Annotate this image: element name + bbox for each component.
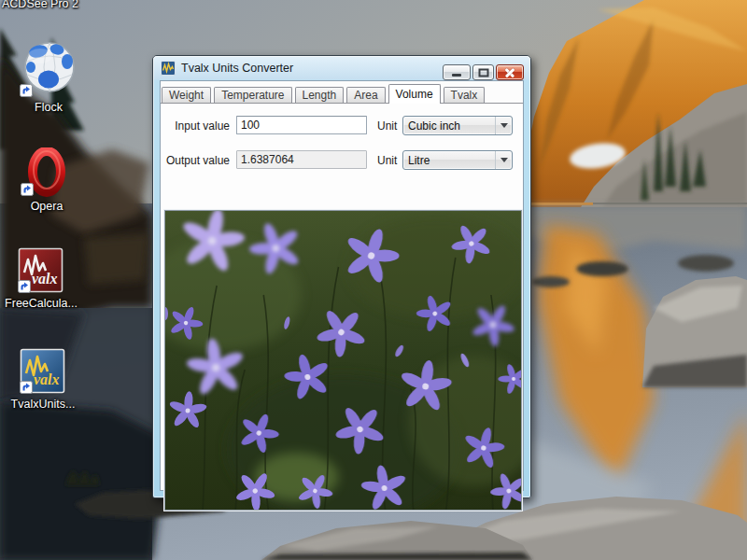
- tab-temperature[interactable]: Temperature: [214, 87, 291, 103]
- input-value-label: Input value: [162, 119, 230, 133]
- desktop-icon-label: Flock: [9, 101, 88, 114]
- output-value-field[interactable]: [236, 150, 367, 169]
- dropdown-arrow-zone: [495, 151, 512, 169]
- output-unit-label: Unit: [377, 154, 397, 167]
- shortcut-arrow-icon: [18, 280, 31, 293]
- input-unit-dropdown[interactable]: Cubic inch: [402, 116, 513, 135]
- tab-strip: Weight Temperature Length Area Volume Tv…: [162, 83, 522, 103]
- shortcut-arrow-icon: [21, 183, 34, 196]
- input-value-field[interactable]: [236, 116, 367, 134]
- shortcut-arrow-icon: [20, 381, 33, 394]
- volume-tab-page: Input value Unit Cubic inch Output value…: [161, 103, 523, 490]
- input-unit-selected-value: Cubic inch: [403, 119, 495, 133]
- output-value-label: Output value: [162, 154, 230, 167]
- output-unit-dropdown[interactable]: Litre: [402, 150, 513, 170]
- chevron-down-icon: [500, 158, 508, 162]
- tab-tvalx[interactable]: Tvalx: [444, 87, 486, 103]
- units-converter-window: Tvalx Units Converter Weight Temperature…: [152, 55, 531, 498]
- desktop-icon-label: TvalxUnits...: [4, 398, 82, 411]
- minimize-button[interactable]: [443, 64, 471, 80]
- desktop-icon-label: ACDSee Pro 2: [2, 0, 131, 10]
- desktop-icon-tvalxunits[interactable]: valx TvalxUnits...: [4, 347, 82, 411]
- svg-text:valx: valx: [32, 271, 58, 287]
- chevron-down-icon: [500, 123, 508, 128]
- close-button[interactable]: [496, 64, 524, 80]
- window-title: Tvalx Units Converter: [181, 62, 293, 75]
- desktop-icon-opera[interactable]: Opera: [7, 147, 86, 213]
- input-unit-label: Unit: [377, 119, 397, 133]
- svg-text:valx: valx: [34, 371, 60, 387]
- dropdown-arrow-zone: [495, 117, 512, 134]
- window-client-area: Weight Temperature Length Area Volume Tv…: [160, 80, 524, 491]
- tab-length[interactable]: Length: [295, 87, 345, 103]
- campanula-flowers-photo: [164, 210, 522, 511]
- desktop-icon-flock[interactable]: Flock: [9, 39, 88, 114]
- desktop-icon-acdsee-pro-2[interactable]: ACDSee Pro 2: [0, 0, 131, 10]
- tab-area[interactable]: Area: [346, 87, 385, 103]
- maximize-button[interactable]: [472, 64, 494, 80]
- output-unit-selected-value: Litre: [403, 154, 495, 167]
- tab-weight[interactable]: Weight: [162, 87, 211, 103]
- desktop-icon-label: FreeCalcula...: [2, 297, 80, 310]
- window-controls: [443, 64, 524, 80]
- desktop-icon-label: Opera: [7, 200, 86, 213]
- shortcut-arrow-icon: [20, 84, 33, 97]
- desktop-icon-freecalculator[interactable]: valx FreeCalcula...: [2, 246, 80, 310]
- tvalx-app-icon: [161, 61, 176, 76]
- tab-volume[interactable]: Volume: [388, 84, 441, 104]
